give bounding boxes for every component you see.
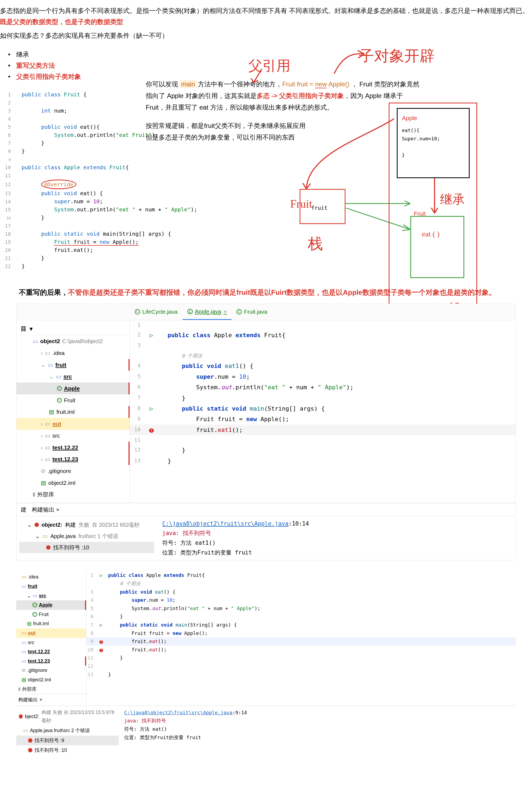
s-src2[interactable]: ▭src — [16, 638, 86, 647]
ide-2: ▭.idea ▭fruit ⌄▭src CApple CFruit ▤fruit… — [16, 571, 516, 705]
tree-fruit-file[interactable]: CFruit — [17, 395, 130, 406]
tree-gitignore[interactable]: ⊘.gitignore — [17, 465, 130, 477]
build-root[interactable]: ⌄object2: 构建 失败 在 2023/12 852毫秒 — [19, 519, 154, 530]
tab-lifecycle[interactable]: CLifeCycle.java — [130, 304, 182, 320]
s-git[interactable]: ⊘.gitignore — [16, 666, 86, 675]
s-out[interactable]: ▭out — [16, 628, 86, 638]
sb-err1[interactable]: 找不到符号 :9 — [16, 736, 119, 745]
tree-obj-iml[interactable]: ▤object2.iml — [17, 477, 130, 489]
tree-src2[interactable]: ›▭src — [17, 430, 130, 441]
section2-title: 不重写的后果，不管你是超类还是子类不重写都报错，你必须同时满足fruit既是以F… — [19, 286, 532, 298]
tree-out[interactable]: ›▭out — [17, 418, 130, 430]
tab-fruit[interactable]: CFruit.java — [232, 304, 272, 320]
s-lib[interactable]: ⫴外部库 — [16, 685, 86, 694]
intro-2: 如何实现多态？多态的实现具有三种充要条件（缺一不可） — [0, 30, 532, 41]
s-build-tab[interactable]: 构建输出 × — [16, 694, 86, 705]
hand-fruit-label: Fruit — [290, 194, 312, 213]
tree-fruit[interactable]: ⌄▭fruit — [17, 359, 130, 371]
tree-libs[interactable]: ⫴外部库 — [17, 489, 130, 501]
tree-idea[interactable]: ›▭.idea — [17, 347, 130, 359]
s-fruit[interactable]: ▭fruit — [16, 582, 86, 591]
project-tree-2: ▭.idea ▭fruit ⌄▭src CApple CFruit ▤fruit… — [16, 571, 86, 705]
build-tab-build[interactable]: 建 — [21, 505, 26, 514]
tree-src[interactable]: ⌄▭src — [17, 371, 130, 382]
sb-root[interactable]: bject2: 构建 失败 在 2023/12/23 15:5:878毫秒 — [16, 708, 119, 726]
s-t1[interactable]: ▭test.12.22 — [16, 647, 86, 657]
intro-1: 多态指的是同一个行为具有多个不同表现形式。是指一个类实例(对象）的相同方法在不同… — [0, 5, 532, 28]
hand-child-heap: 子对象开辟 — [359, 43, 435, 69]
hand-extends: 继承 — [440, 189, 465, 210]
sb-output: C:\java8\object2\fruit\src\Apple.java:9:… — [119, 706, 516, 757]
build-error-row[interactable]: 找不到符号 :10 — [19, 542, 154, 553]
error-badge-icon: ! — [149, 428, 154, 433]
explanation-box: 你可以发现 main 方法中有一个很神奇的地方，Fruit fruit = ne… — [146, 78, 424, 143]
build-tab-output[interactable]: 构建输出 × — [32, 505, 59, 514]
tree-apple[interactable]: CApple — [17, 382, 130, 395]
tree-test2[interactable]: ›▭test.12.23 — [17, 453, 130, 465]
hand-parent-ref: 父引用 — [248, 54, 290, 78]
tree-iml[interactable]: ▤fruit.iml — [17, 406, 130, 418]
error-icon — [34, 523, 39, 527]
build-file[interactable]: ⌄▭Apple.java fruit\src 1 个错误 — [19, 530, 154, 542]
sb-file[interactable]: ▭Apple.java fruit\src 2 个错误 — [16, 726, 119, 736]
code-editor-2[interactable]: 2▷ public class Apple extends Fruit{ 0 个… — [86, 571, 516, 705]
build-panel-2: bject2: 构建 失败 在 2023/12/23 15:5:878毫秒 ▭A… — [16, 706, 516, 757]
code-editor-1[interactable]: 1 2▷ public class Apple extends Fruit{ 3… — [130, 320, 515, 503]
s-src[interactable]: ⌄▭src — [16, 591, 86, 601]
s-obj[interactable]: ▤object2.iml — [16, 675, 86, 685]
project-tree: 目 ▾ ▭object2 C:\java8\object2 ›▭.idea ⌄▭… — [17, 320, 130, 503]
s-t2[interactable]: ▭test.12.23 — [16, 657, 86, 666]
build-panel-1: 建 构建输出 × ⌄object2: 构建 失败 在 2023/12 852毫秒… — [16, 503, 516, 560]
s-apple[interactable]: CApple — [16, 600, 86, 610]
tree-header[interactable]: 目 ▾ — [17, 322, 130, 335]
s-iml[interactable]: ▤fruit.iml — [16, 619, 86, 628]
sb-err2[interactable]: 找不到符号 :10 — [16, 745, 119, 755]
tree-test1[interactable]: ›▭test.12.22 — [17, 441, 130, 454]
ide-1: CLifeCycle.java CApple.java × CFruit.jav… — [16, 304, 516, 503]
editor-tabs: CLifeCycle.java CApple.java × CFruit.jav… — [17, 304, 515, 320]
s-Fruit[interactable]: CFruit — [16, 610, 86, 619]
tab-apple[interactable]: CApple.java × — [182, 304, 232, 320]
diagram-apple-box: Apple eat(){ Super.num=10; } — [397, 108, 470, 178]
tree-root[interactable]: ▭object2 C:\java8\object2 — [17, 335, 130, 347]
s-idea[interactable]: ▭.idea — [16, 572, 86, 582]
hand-stack: 栈 — [308, 231, 323, 257]
close-icon[interactable]: × — [224, 307, 227, 316]
build-output: C:\java8\object2\fruit\src\Apple.java:10… — [154, 519, 513, 558]
diagram-fruit-box: Fruit eat ( ) — [410, 216, 464, 278]
